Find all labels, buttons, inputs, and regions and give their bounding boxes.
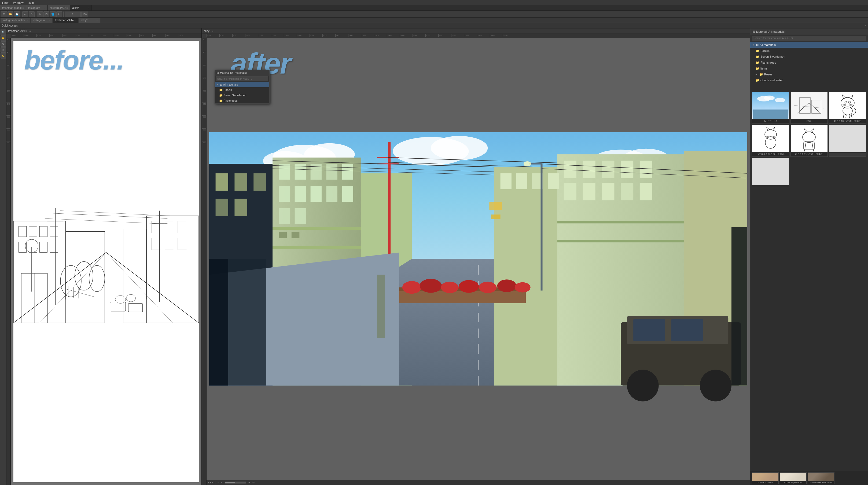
tool-pencil[interactable]: ✏ [37, 11, 43, 17]
svg-point-120 [479, 282, 496, 293]
tree-item-poses[interactable]: ▶ 📁 Poses [750, 72, 868, 77]
tab-close-alley[interactable]: × [88, 7, 89, 9]
tab-close-instagram[interactable]: × [44, 7, 45, 9]
asset-comic-style[interactable]: Comic Style Barrel [780, 473, 807, 484]
sub-tab-close-2[interactable]: × [74, 19, 75, 22]
tree-item-seven-swordsmen[interactable]: 📁 Seven Swordsmen [750, 54, 868, 60]
thumb-layer10[interactable]: レイヤー 10 [752, 92, 789, 124]
tab-close-screen1[interactable]: × [66, 7, 68, 9]
tool-save[interactable]: 💾 [14, 11, 20, 17]
material-bottom-assets: dr choi shocked Comic Style Barrel Stone… [750, 471, 868, 485]
sub-tab-instagram-template[interactable]: instagram-template × [1, 18, 30, 23]
svg-rect-109 [621, 183, 633, 200]
rv-mark: 160 [202, 77, 206, 90]
zoom-decrease-btn[interactable]: − [218, 481, 219, 484]
thumb-neko308[interactable]: ねこ3-0-8-ねこポーズ集あ [752, 125, 789, 157]
vtool-ruler[interactable]: 📐 [1, 53, 6, 58]
tool-open[interactable]: 📂 [7, 11, 13, 17]
tree-item-items[interactable]: 📁 items [750, 65, 868, 72]
canvas-area: freshman 29:44 × 1000 1040 1080 1120 116… [6, 28, 750, 485]
sub-tab-instagram[interactable]: instagram × [31, 18, 52, 23]
thumb-extra2[interactable] [752, 158, 789, 186]
fp1-tree-seven[interactable]: 📁 Seven Swordsmen [215, 93, 269, 98]
vtool-hand[interactable]: ✋ [1, 35, 6, 41]
brush-size-input[interactable]: 1 [65, 11, 81, 17]
fp1-tree-photo[interactable]: 📁 Photo trees [215, 98, 269, 103]
toolbar-sep-3 [63, 11, 64, 17]
tool-new[interactable]: □ [1, 11, 7, 17]
fp1-tree-all[interactable]: ▼ ⊞ All materials [215, 82, 269, 87]
sub-tab-close-0[interactable]: × [27, 19, 28, 22]
fp1-icon-all: ⊞ [220, 83, 222, 86]
color-canvas-surface[interactable]: after [209, 41, 747, 477]
zoom-increase-btn[interactable]: + [221, 481, 222, 484]
main-tabs-row: freshman grandi × instagram × screen1.PS… [0, 5, 868, 11]
tool-undo[interactable]: ↩ [22, 11, 28, 17]
ruler-mark: 1360 [322, 34, 335, 37]
fp1-search [215, 76, 269, 82]
svg-rect-123 [377, 275, 385, 338]
right-canvas-close[interactable]: × [212, 30, 213, 32]
rv-mark: 80 [202, 51, 206, 64]
asset-stone-floor[interactable]: Stone Floor Texture 02 [808, 473, 834, 484]
tab-freshman-grandi[interactable]: freshman grandi × [0, 5, 26, 11]
thumb-neko310[interactable]: ねこ3-10-ねこポーズ集あ [829, 92, 866, 124]
sketch-canvas-surface[interactable]: before... [13, 41, 199, 482]
left-canvas-content[interactable]: before... [11, 38, 202, 485]
quick-access-bar: Quick Access × [0, 23, 868, 28]
tree-label-poses: Poses [764, 73, 773, 76]
ruler-mark: 1000 [207, 34, 219, 37]
material-search-input[interactable] [752, 36, 866, 41]
zoom-slider[interactable] [224, 482, 246, 484]
svg-rect-108 [602, 183, 614, 200]
menu-help[interactable]: Help [28, 1, 34, 4]
menu-filter[interactable]: Filter [2, 1, 8, 4]
tree-item-all-materials[interactable]: ▼ ⊞ All materials [750, 42, 868, 48]
asset-label-stone: Stone Floor Texture 02 [808, 481, 834, 484]
sub-tab-alley[interactable]: alley* × [79, 18, 100, 23]
ruler-mark: 1920 [503, 34, 516, 37]
thumb-extra1[interactable] [829, 125, 866, 157]
opacity-input[interactable]: 100 [81, 11, 88, 17]
svg-rect-129 [671, 319, 703, 341]
tool-select[interactable]: ✂ [56, 11, 62, 17]
svg-point-142 [764, 95, 775, 101]
asset-dr-choi[interactable]: dr choi shocked [752, 473, 779, 484]
sub-tab-close-3[interactable]: × [96, 19, 98, 22]
thumb-name-extra1 [829, 152, 866, 153]
vtool-rotate[interactable]: ↻ [1, 41, 6, 47]
left-canvas-close[interactable]: × [30, 30, 31, 32]
svg-point-131 [700, 370, 732, 402]
asset-label-comic: Comic Style Barrel [780, 481, 806, 484]
fp1-search-input[interactable] [216, 77, 268, 81]
rotate-reset-btn[interactable]: ⟳ [248, 481, 250, 484]
tab-close-freshman[interactable]: × [22, 7, 24, 9]
svg-rect-97 [500, 173, 512, 189]
tree-item-panels[interactable]: 📁 Panels [750, 48, 868, 54]
rv-mark: 280 [202, 115, 206, 128]
tab-screen1[interactable]: screen1.PSD × [48, 5, 70, 11]
rv-mark: 40 [6, 38, 10, 51]
tab-instagram[interactable]: instagram × [26, 5, 48, 11]
vtool-zoom[interactable]: 🔍 [1, 30, 6, 35]
svg-rect-138 [489, 202, 502, 210]
vtool-mirror[interactable]: ⇔ [1, 47, 6, 53]
svg-rect-63 [216, 199, 228, 216]
tree-item-plants-trees[interactable]: 📁 Plants trees [750, 60, 868, 65]
sub-tab-freshman[interactable]: freshman 29:44 × [53, 18, 78, 23]
tree-icon-clouds: 📁 [755, 79, 760, 82]
tool-bucket[interactable]: 🪣 [50, 11, 56, 17]
fp1-tree-panels[interactable]: 📁 Panels [215, 87, 269, 93]
mirror-btn[interactable]: ⟲ [252, 481, 254, 484]
tree-item-clouds-water[interactable]: 📁 clouds and water [750, 77, 868, 83]
sub-tab-close-1[interactable]: × [49, 19, 50, 22]
thumb-neko307[interactable]: ねこ3-0-7-ねこポーズ集あ [790, 125, 828, 157]
tool-redo[interactable]: ↷ [29, 11, 35, 17]
quick-access-close[interactable]: × [865, 24, 866, 27]
tool-eraser[interactable]: ◻ [43, 11, 49, 17]
right-canvas-content[interactable]: after 68.6 − + ⟳ ⟲ [207, 38, 750, 485]
thumb-sketch[interactable]: 絵画 [790, 92, 828, 124]
tab-alley[interactable]: alley* × [70, 5, 92, 11]
ruler-mark: 1240 [284, 34, 297, 37]
menu-window[interactable]: Window [13, 1, 23, 4]
